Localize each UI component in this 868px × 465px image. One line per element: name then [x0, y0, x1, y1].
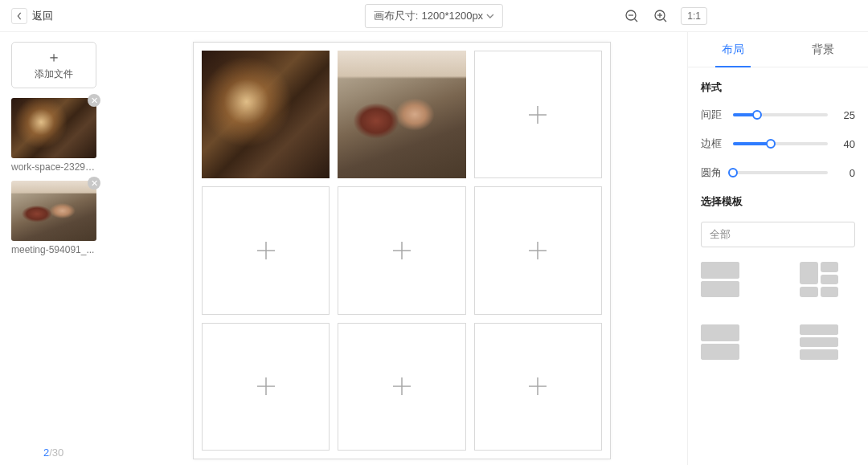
grid-cell-4[interactable]: [202, 186, 330, 314]
grid-cell-1[interactable]: [202, 51, 330, 178]
grid-cell-9[interactable]: [474, 323, 602, 451]
plus-icon: [527, 240, 548, 261]
plus-icon: ＋: [47, 50, 61, 64]
svg-line-4: [664, 18, 667, 22]
cell-image: [338, 51, 465, 178]
template-option-4[interactable]: [800, 324, 838, 360]
slider-spacing: 间距 25: [701, 108, 855, 122]
slider-thumb[interactable]: [728, 168, 738, 177]
plus-icon: [527, 104, 548, 125]
canvas-size-value: 1200*1200px: [421, 10, 483, 22]
slider-track[interactable]: [733, 113, 828, 116]
thumbnail-image: [11, 98, 96, 158]
add-file-button[interactable]: ＋ 添加文件: [11, 42, 96, 88]
grid-cell-7[interactable]: [202, 323, 330, 451]
grid-cell-5[interactable]: [338, 186, 465, 314]
thumbnail-item[interactable]: ✕ work-space-23298...: [11, 98, 100, 173]
plus-icon: [391, 376, 412, 397]
chevron-down-icon: [486, 14, 494, 18]
tab-background[interactable]: 背景: [778, 32, 868, 67]
zoom-in-button[interactable]: [652, 7, 669, 25]
thumbnail-label: work-space-23298...: [11, 161, 96, 173]
canvas-frame: [193, 42, 611, 459]
template-filter-select[interactable]: 全部: [701, 222, 855, 247]
slider-track[interactable]: [733, 142, 828, 145]
grid-cell-3[interactable]: [474, 51, 602, 178]
slider-thumb[interactable]: [752, 110, 762, 120]
zoom-out-icon: [624, 9, 639, 23]
slider-border: 边框 40: [701, 137, 855, 151]
slider-radius: 圆角 0: [701, 165, 855, 180]
tab-layout[interactable]: 布局: [688, 32, 778, 67]
zoom-in-icon: [653, 9, 668, 23]
style-heading: 样式: [701, 80, 855, 95]
template-option-3[interactable]: [701, 324, 739, 360]
grid-cell-6[interactable]: [474, 186, 602, 314]
plus-icon: [256, 240, 276, 261]
template-option-2[interactable]: [800, 262, 838, 297]
grid-cell-2[interactable]: [338, 51, 465, 178]
slider-track[interactable]: [733, 171, 828, 174]
canvas-area: [117, 32, 687, 465]
plus-icon: [256, 376, 276, 397]
zoom-out-button[interactable]: [623, 7, 641, 25]
back-label: 返回: [32, 9, 53, 23]
right-panel: 布局 背景 样式 间距 25 边框: [687, 32, 868, 465]
thumbnail-label: meeting-594091_...: [11, 244, 96, 255]
canvas-size-select[interactable]: 画布尺寸: 1200*1200px: [365, 4, 503, 28]
canvas-size-prefix: 画布尺寸:: [374, 9, 419, 23]
thumbnail-remove-button[interactable]: ✕: [88, 94, 100, 107]
thumbnail-image: [11, 181, 96, 241]
header: 返回 画布尺寸: 1200*1200px: [0, 0, 868, 32]
add-file-label: 添加文件: [35, 67, 73, 81]
chevron-left-icon: [11, 8, 27, 24]
back-button[interactable]: 返回: [11, 8, 53, 24]
ratio-reset-button[interactable]: 1:1: [681, 7, 707, 25]
sidebar: ＋ 添加文件 ✕ work-space-23298... ✕ meeting-5…: [0, 32, 117, 465]
svg-line-1: [635, 18, 638, 22]
slider-thumb[interactable]: [766, 139, 776, 149]
plus-icon: [391, 240, 412, 261]
thumbnail-remove-button[interactable]: ✕: [88, 177, 100, 190]
grid-cell-8[interactable]: [338, 323, 465, 451]
thumbnail-item[interactable]: ✕ meeting-594091_...: [11, 181, 100, 255]
plus-icon: [527, 376, 548, 397]
template-heading: 选择模板: [701, 194, 855, 209]
file-counter: 2/30: [43, 447, 108, 459]
cell-image: [202, 51, 330, 178]
template-option-1[interactable]: [701, 262, 739, 297]
